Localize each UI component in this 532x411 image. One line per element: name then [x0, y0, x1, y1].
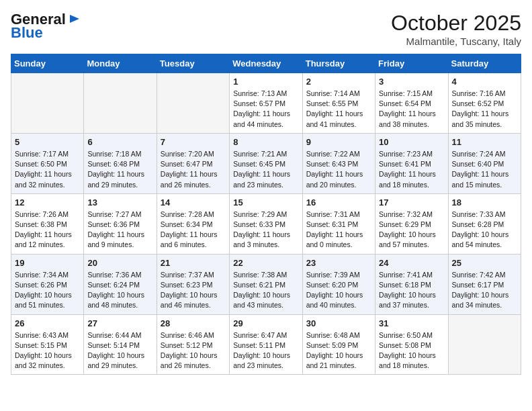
- day-info: Sunrise: 7:18 AM Sunset: 6:48 PM Dayligh…: [87, 149, 152, 190]
- weekday-header-friday: Friday: [375, 54, 448, 73]
- day-info: Sunrise: 7:13 AM Sunset: 6:57 PM Dayligh…: [233, 89, 298, 130]
- day-info: Sunrise: 7:38 AM Sunset: 6:21 PM Dayligh…: [233, 270, 298, 311]
- calendar-cell: 17Sunrise: 7:32 AM Sunset: 6:29 PM Dayli…: [375, 193, 448, 254]
- calendar-table: SundayMondayTuesdayWednesdayThursdayFrid…: [11, 54, 521, 375]
- calendar-cell: 7Sunrise: 7:20 AM Sunset: 6:47 PM Daylig…: [157, 133, 229, 193]
- calendar-cell: 11Sunrise: 7:24 AM Sunset: 6:40 PM Dayli…: [448, 133, 521, 193]
- svg-marker-0: [70, 15, 79, 23]
- calendar-cell: 24Sunrise: 7:41 AM Sunset: 6:18 PM Dayli…: [375, 254, 448, 314]
- day-number: 31: [379, 318, 444, 328]
- day-number: 13: [87, 197, 152, 208]
- day-number: 26: [15, 318, 80, 328]
- day-info: Sunrise: 6:44 AM Sunset: 5:14 PM Dayligh…: [87, 330, 152, 371]
- day-number: 10: [379, 137, 444, 147]
- day-info: Sunrise: 7:15 AM Sunset: 6:54 PM Dayligh…: [379, 89, 444, 130]
- day-number: 27: [87, 318, 152, 328]
- month-title: October 2025: [391, 11, 521, 36]
- calendar-cell: 4Sunrise: 7:16 AM Sunset: 6:52 PM Daylig…: [448, 73, 521, 134]
- day-info: Sunrise: 7:32 AM Sunset: 6:29 PM Dayligh…: [379, 210, 444, 250]
- day-info: Sunrise: 6:46 AM Sunset: 5:12 PM Dayligh…: [161, 330, 226, 371]
- day-info: Sunrise: 7:28 AM Sunset: 6:34 PM Dayligh…: [161, 210, 226, 250]
- calendar-cell: 31Sunrise: 6:50 AM Sunset: 5:08 PM Dayli…: [375, 314, 448, 375]
- day-number: 17: [379, 197, 444, 208]
- day-info: Sunrise: 7:22 AM Sunset: 6:43 PM Dayligh…: [306, 149, 371, 190]
- day-number: 12: [15, 197, 80, 208]
- calendar-cell: 12Sunrise: 7:26 AM Sunset: 6:38 PM Dayli…: [11, 193, 84, 254]
- day-number: 16: [306, 197, 371, 208]
- weekday-header-sunday: Sunday: [11, 54, 84, 73]
- logo-flag-icon: [67, 12, 82, 27]
- day-info: Sunrise: 7:42 AM Sunset: 6:17 PM Dayligh…: [452, 270, 517, 311]
- day-number: 20: [87, 258, 152, 268]
- calendar-cell: [11, 73, 84, 134]
- title-block: October 2025 Malmantile, Tuscany, Italy: [391, 11, 521, 47]
- day-number: 14: [161, 197, 226, 208]
- calendar-cell: 23Sunrise: 7:39 AM Sunset: 6:20 PM Dayli…: [302, 254, 375, 314]
- calendar-cell: 16Sunrise: 7:31 AM Sunset: 6:31 PM Dayli…: [302, 193, 375, 254]
- weekday-header-monday: Monday: [84, 54, 157, 73]
- day-info: Sunrise: 7:31 AM Sunset: 6:31 PM Dayligh…: [306, 210, 371, 250]
- calendar-cell: 26Sunrise: 6:43 AM Sunset: 5:15 PM Dayli…: [11, 314, 84, 375]
- page-header: General Blue October 2025 Malmantile, Tu…: [11, 11, 521, 47]
- calendar-cell: 28Sunrise: 6:46 AM Sunset: 5:12 PM Dayli…: [157, 314, 229, 375]
- day-info: Sunrise: 7:14 AM Sunset: 6:55 PM Dayligh…: [306, 89, 371, 130]
- day-number: 30: [306, 318, 371, 328]
- day-info: Sunrise: 7:39 AM Sunset: 6:20 PM Dayligh…: [306, 270, 371, 311]
- calendar-cell: [448, 314, 521, 375]
- calendar-week-row: 1Sunrise: 7:13 AM Sunset: 6:57 PM Daylig…: [11, 73, 521, 134]
- day-number: 21: [161, 258, 226, 268]
- calendar-cell: [157, 73, 229, 134]
- day-number: 23: [306, 258, 371, 268]
- day-info: Sunrise: 6:43 AM Sunset: 5:15 PM Dayligh…: [15, 330, 80, 371]
- calendar-cell: 3Sunrise: 7:15 AM Sunset: 6:54 PM Daylig…: [375, 73, 448, 134]
- calendar-cell: 29Sunrise: 6:47 AM Sunset: 5:11 PM Dayli…: [230, 314, 302, 375]
- calendar-cell: 18Sunrise: 7:33 AM Sunset: 6:28 PM Dayli…: [448, 193, 521, 254]
- day-info: Sunrise: 7:23 AM Sunset: 6:41 PM Dayligh…: [379, 149, 444, 190]
- calendar-cell: 19Sunrise: 7:34 AM Sunset: 6:26 PM Dayli…: [11, 254, 84, 314]
- day-info: Sunrise: 6:47 AM Sunset: 5:11 PM Dayligh…: [233, 330, 298, 371]
- day-info: Sunrise: 7:36 AM Sunset: 6:24 PM Dayligh…: [87, 270, 152, 311]
- calendar-cell: 9Sunrise: 7:22 AM Sunset: 6:43 PM Daylig…: [302, 133, 375, 193]
- day-number: 5: [15, 137, 80, 147]
- day-info: Sunrise: 7:27 AM Sunset: 6:36 PM Dayligh…: [87, 210, 152, 250]
- day-number: 24: [379, 258, 444, 268]
- calendar-cell: 5Sunrise: 7:17 AM Sunset: 6:50 PM Daylig…: [11, 133, 84, 193]
- calendar-cell: 14Sunrise: 7:28 AM Sunset: 6:34 PM Dayli…: [157, 193, 229, 254]
- day-number: 9: [306, 137, 371, 147]
- weekday-header-row: SundayMondayTuesdayWednesdayThursdayFrid…: [11, 54, 521, 73]
- logo-blue: Blue: [11, 24, 43, 42]
- day-info: Sunrise: 7:41 AM Sunset: 6:18 PM Dayligh…: [379, 270, 444, 311]
- weekday-header-wednesday: Wednesday: [230, 54, 302, 73]
- day-number: 25: [452, 258, 517, 268]
- day-info: Sunrise: 7:34 AM Sunset: 6:26 PM Dayligh…: [15, 270, 80, 311]
- calendar-cell: [84, 73, 157, 134]
- calendar-week-row: 12Sunrise: 7:26 AM Sunset: 6:38 PM Dayli…: [11, 193, 521, 254]
- day-number: 29: [233, 318, 298, 328]
- day-number: 28: [161, 318, 226, 328]
- calendar-cell: 10Sunrise: 7:23 AM Sunset: 6:41 PM Dayli…: [375, 133, 448, 193]
- calendar-week-row: 19Sunrise: 7:34 AM Sunset: 6:26 PM Dayli…: [11, 254, 521, 314]
- day-info: Sunrise: 7:29 AM Sunset: 6:33 PM Dayligh…: [233, 210, 298, 250]
- calendar-cell: 15Sunrise: 7:29 AM Sunset: 6:33 PM Dayli…: [230, 193, 302, 254]
- day-number: 6: [87, 137, 152, 147]
- day-info: Sunrise: 7:20 AM Sunset: 6:47 PM Dayligh…: [161, 149, 226, 190]
- day-number: 15: [233, 197, 298, 208]
- day-info: Sunrise: 7:37 AM Sunset: 6:23 PM Dayligh…: [161, 270, 226, 311]
- calendar-cell: 8Sunrise: 7:21 AM Sunset: 6:45 PM Daylig…: [230, 133, 302, 193]
- calendar-week-row: 26Sunrise: 6:43 AM Sunset: 5:15 PM Dayli…: [11, 314, 521, 375]
- calendar-week-row: 5Sunrise: 7:17 AM Sunset: 6:50 PM Daylig…: [11, 133, 521, 193]
- day-number: 1: [233, 77, 298, 87]
- calendar-cell: 22Sunrise: 7:38 AM Sunset: 6:21 PM Dayli…: [230, 254, 302, 314]
- day-number: 7: [161, 137, 226, 147]
- calendar-cell: 1Sunrise: 7:13 AM Sunset: 6:57 PM Daylig…: [230, 73, 302, 134]
- day-number: 11: [452, 137, 517, 147]
- weekday-header-thursday: Thursday: [302, 54, 375, 73]
- calendar-cell: 25Sunrise: 7:42 AM Sunset: 6:17 PM Dayli…: [448, 254, 521, 314]
- day-number: 8: [233, 137, 298, 147]
- weekday-header-saturday: Saturday: [448, 54, 521, 73]
- calendar-cell: 30Sunrise: 6:48 AM Sunset: 5:09 PM Dayli…: [302, 314, 375, 375]
- day-number: 22: [233, 258, 298, 268]
- day-info: Sunrise: 6:50 AM Sunset: 5:08 PM Dayligh…: [379, 330, 444, 371]
- calendar-cell: 6Sunrise: 7:18 AM Sunset: 6:48 PM Daylig…: [84, 133, 157, 193]
- calendar-cell: 13Sunrise: 7:27 AM Sunset: 6:36 PM Dayli…: [84, 193, 157, 254]
